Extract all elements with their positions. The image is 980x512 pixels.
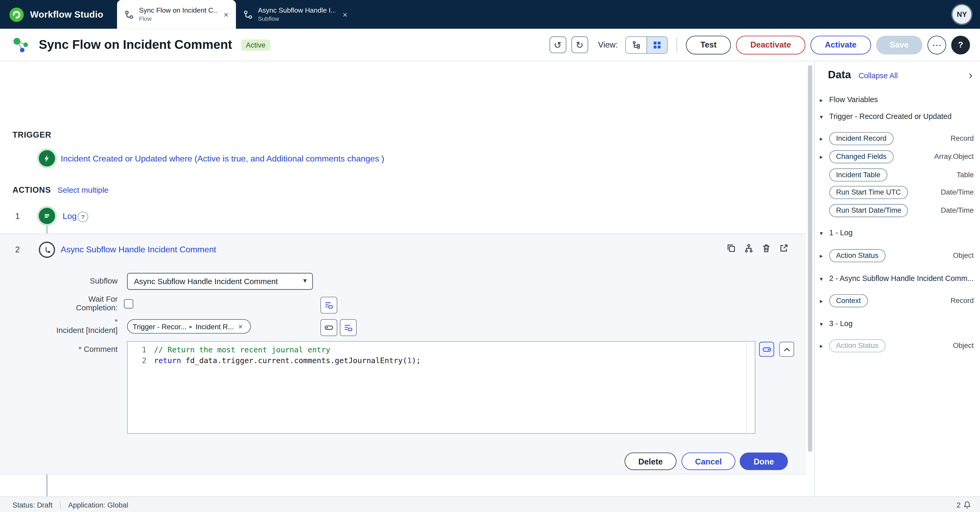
tab-title: Sync Flow on Incident C... — [139, 6, 216, 15]
help-circle-icon[interactable]: ? — [78, 211, 89, 223]
comment-code-editor[interactable]: 1 // Return the most recent journal entr… — [127, 341, 755, 434]
trigger-link[interactable]: Incident Created or Updated where (Activ… — [60, 154, 384, 163]
collapse-caret-icon[interactable]: ▾ — [820, 113, 829, 120]
deactivate-button[interactable]: Deactivate — [736, 35, 805, 54]
diagram-view-icon — [653, 40, 662, 49]
flow-view-button[interactable] — [626, 37, 647, 53]
test-button[interactable]: Test — [686, 35, 731, 54]
action-2-number: 2 — [13, 245, 22, 254]
tab-subtitle: Subflow — [258, 15, 335, 22]
data-panel: Data Collapse All › ▸ Flow Variables ▾ T… — [814, 62, 980, 496]
notifications-button[interactable]: 2 — [957, 501, 971, 509]
data-pill[interactable]: Changed Fields — [829, 150, 893, 163]
expand-caret-icon[interactable]: ▸ — [820, 297, 829, 304]
data-pill-type: Record — [947, 135, 974, 142]
editor-scrollbar[interactable] — [746, 342, 746, 433]
expand-caret-icon[interactable]: ▸ — [820, 342, 829, 349]
activate-button[interactable]: Activate — [810, 35, 871, 54]
avatar[interactable]: NY — [953, 5, 971, 24]
data-pill[interactable]: Context — [829, 294, 868, 307]
data-pill[interactable]: Run Start Date/Time — [829, 204, 908, 217]
tab-async-subflow[interactable]: Async Subflow Handle I... Subflow × — [236, 0, 355, 29]
script-mode-toggle-button[interactable] — [759, 342, 774, 357]
close-tab-icon[interactable]: × — [221, 8, 231, 20]
flow-view-icon — [632, 40, 641, 49]
data-pill-row: Incident Table Table — [820, 168, 974, 181]
delete-button[interactable]: Delete — [625, 452, 676, 470]
wait-for-completion-checkbox[interactable] — [124, 299, 134, 308]
select-multiple-link[interactable]: Select multiple — [57, 186, 108, 194]
trigger-icon[interactable] — [39, 150, 55, 167]
workflow-studio-logo-icon — [9, 6, 24, 22]
action-2-link[interactable]: Async Subflow Handle Incident Comment — [60, 245, 216, 254]
wait-for-completion-label: Wait For Completion: — [0, 295, 118, 312]
expand-caret-icon[interactable]: ▸ — [820, 153, 829, 160]
collapse-editor-button[interactable] — [779, 342, 794, 357]
data-pill-row: ▸ Incident Record Record — [820, 132, 974, 145]
page-title: Sync Flow on Incident Comment — [39, 38, 232, 52]
done-button[interactable]: Done — [740, 452, 788, 470]
open-in-new-icon[interactable] — [776, 241, 790, 255]
data-group-flow-variables[interactable]: ▸ Flow Variables — [820, 93, 974, 107]
data-pill-type: Table — [953, 171, 974, 178]
data-pill-type: Object — [949, 342, 974, 350]
collapse-all-link[interactable]: Collapse All — [859, 72, 897, 80]
duplicate-icon[interactable] — [724, 241, 738, 255]
incident-data-pill[interactable]: Trigger - Recor... ▸ Incident R... × — [127, 319, 251, 334]
redo-icon: ↻ — [576, 40, 584, 49]
flow-icon — [11, 35, 30, 54]
subflow-select-value: Async Subflow Handle Incident Comment — [134, 277, 278, 286]
trigger-section-label: TRIGGER — [13, 130, 51, 140]
data-pill[interactable]: Run Start Time UTC — [829, 186, 908, 199]
data-panel-title: Data — [828, 69, 851, 81]
save-button[interactable]: Save — [876, 35, 922, 54]
remove-pill-icon[interactable]: × — [239, 322, 243, 331]
more-button[interactable]: ⋯ — [928, 35, 947, 54]
flow-canvas: TRIGGER Incident Created or Updated wher… — [0, 62, 806, 496]
chevron-down-icon: ▾ — [303, 277, 307, 285]
code-comment: // Return the most recent journal entry — [154, 345, 330, 355]
more-icon: ⋯ — [932, 39, 942, 51]
data-pill[interactable]: Incident Table — [829, 168, 887, 181]
data-group-3-log[interactable]: ▾ 3 - Log — [820, 316, 974, 330]
data-group-2-async-subflow[interactable]: ▾ 2 - Async Subflow Handle Incident Comm… — [820, 272, 974, 285]
subflow-select[interactable]: Async Subflow Handle Incident Comment ▾ — [127, 273, 313, 289]
line-number: 2 — [127, 355, 146, 366]
undo-button[interactable]: ↺ — [549, 36, 566, 53]
toggle-input-type-button[interactable] — [321, 319, 337, 336]
help-button[interactable]: ? — [951, 35, 970, 54]
data-group-1-log[interactable]: ▾ 1 - Log — [820, 226, 974, 240]
data-pill[interactable]: Action Status — [829, 339, 886, 352]
action-1-link[interactable]: Log — [62, 211, 76, 221]
data-group-trigger[interactable]: ▾ Trigger - Record Created or Updated — [820, 110, 974, 123]
log-action-icon[interactable] — [39, 208, 55, 224]
cancel-button[interactable]: Cancel — [681, 452, 735, 470]
collapse-caret-icon[interactable]: ▾ — [820, 229, 829, 236]
data-pill[interactable]: Incident Record — [829, 132, 893, 145]
collapse-caret-icon[interactable]: ▾ — [820, 320, 829, 327]
tab-sync-flow[interactable]: Sync Flow on Incident C... Flow × — [117, 0, 236, 29]
collapse-panel-icon[interactable]: › — [969, 70, 972, 81]
pill-separator-icon: ▸ — [189, 323, 192, 329]
data-pill-picker-button[interactable] — [340, 319, 356, 336]
canvas-scrollbar — [806, 62, 814, 496]
top-bar: Workflow Studio Sync Flow on Incident C.… — [0, 0, 980, 29]
expand-caret-icon[interactable]: ▸ — [820, 135, 829, 142]
subflow-action-icon[interactable] — [39, 242, 55, 258]
close-tab-icon[interactable]: × — [340, 8, 350, 20]
undo-icon: ↺ — [554, 40, 562, 49]
flow-diagram-icon[interactable] — [741, 241, 755, 255]
data-pill-picker-button[interactable] — [321, 297, 337, 313]
data-pill-type: Date/Time — [937, 189, 974, 196]
view-label: View: — [598, 40, 618, 49]
scrollbar-thumb[interactable] — [808, 65, 812, 452]
comment-field-label: * Comment — [0, 345, 118, 353]
delete-icon[interactable] — [759, 241, 773, 255]
collapse-caret-icon[interactable]: ▾ — [820, 275, 829, 282]
flow-status-text: Status: Draft — [13, 501, 52, 509]
expand-caret-icon[interactable]: ▸ — [820, 252, 829, 259]
redo-button[interactable]: ↻ — [571, 36, 588, 53]
data-pill[interactable]: Action Status — [829, 249, 886, 262]
diagram-view-button[interactable] — [647, 37, 667, 53]
expand-caret-icon[interactable]: ▸ — [820, 96, 829, 103]
